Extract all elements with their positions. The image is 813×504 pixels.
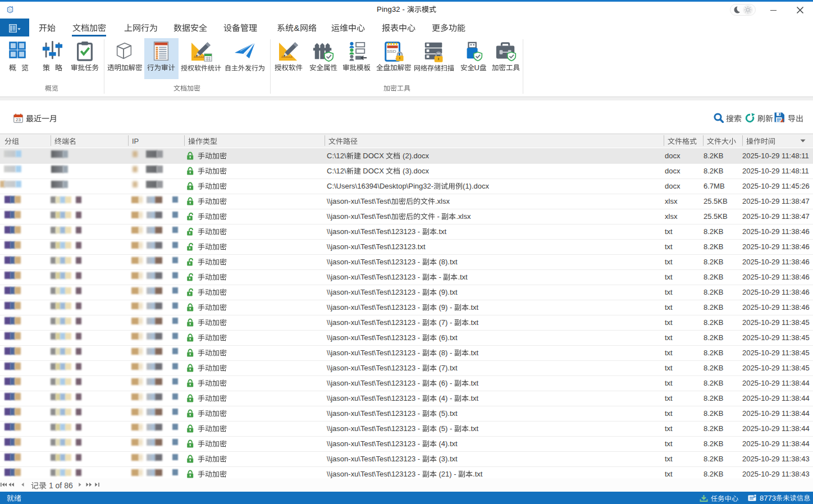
svg-text:SSD: SSD — [387, 49, 396, 54]
svg-text:23: 23 — [16, 117, 21, 122]
